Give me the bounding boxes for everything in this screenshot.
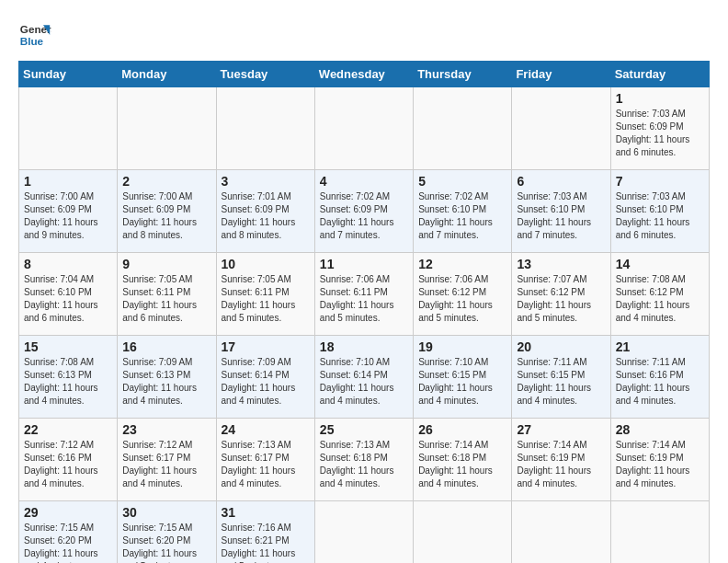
calendar-cell: 1Sunrise: 7:00 AMSunset: 6:09 PMDaylight… [19, 170, 118, 253]
day-info: Sunrise: 7:05 AMSunset: 6:11 PMDaylight:… [222, 273, 310, 325]
day-number: 1 [616, 91, 704, 106]
day-info: Sunrise: 7:16 AMSunset: 6:21 PMDaylight:… [222, 522, 310, 563]
calendar-row-0: 1Sunrise: 7:03 AMSunset: 6:09 PMDaylight… [19, 87, 710, 170]
day-info: Sunrise: 7:08 AMSunset: 6:13 PMDaylight:… [24, 356, 112, 408]
calendar-cell [118, 87, 216, 170]
calendar-cell: 17Sunrise: 7:09 AMSunset: 6:14 PMDayligh… [216, 336, 314, 419]
day-info: Sunrise: 7:10 AMSunset: 6:14 PMDaylight:… [320, 356, 408, 408]
calendar-cell: 23Sunrise: 7:12 AMSunset: 6:17 PMDayligh… [118, 419, 216, 501]
day-info: Sunrise: 7:11 AMSunset: 6:15 PMDaylight:… [517, 356, 605, 408]
day-info: Sunrise: 7:01 AMSunset: 6:09 PMDaylight:… [222, 190, 310, 242]
day-info: Sunrise: 7:06 AMSunset: 6:12 PMDaylight:… [418, 273, 506, 325]
day-info: Sunrise: 7:09 AMSunset: 6:13 PMDaylight:… [122, 356, 210, 408]
calendar-cell: 1Sunrise: 7:03 AMSunset: 6:09 PMDaylight… [610, 87, 709, 170]
day-info: Sunrise: 7:15 AMSunset: 6:20 PMDaylight:… [24, 522, 112, 563]
day-number: 6 [517, 174, 605, 189]
calendar-cell [512, 501, 610, 564]
day-header-thursday: Thursday [414, 62, 512, 87]
day-header-friday: Friday [512, 62, 610, 87]
calendar-cell: 15Sunrise: 7:08 AMSunset: 6:13 PMDayligh… [19, 336, 118, 419]
calendar-cell: 19Sunrise: 7:10 AMSunset: 6:15 PMDayligh… [414, 336, 512, 419]
day-number: 27 [517, 422, 605, 437]
calendar-cell: 27Sunrise: 7:14 AMSunset: 6:19 PMDayligh… [512, 419, 610, 501]
logo-icon: General Blue [18, 18, 51, 52]
day-info: Sunrise: 7:02 AMSunset: 6:10 PMDaylight:… [418, 190, 506, 242]
day-number: 17 [222, 339, 310, 354]
calendar-cell: 10Sunrise: 7:05 AMSunset: 6:11 PMDayligh… [216, 253, 314, 336]
day-number: 8 [24, 257, 112, 271]
day-info: Sunrise: 7:03 AMSunset: 6:10 PMDaylight:… [517, 190, 605, 242]
calendar-cell [512, 87, 610, 170]
day-number: 18 [320, 339, 408, 354]
day-info: Sunrise: 7:03 AMSunset: 6:10 PMDaylight:… [616, 190, 704, 242]
calendar-cell: 20Sunrise: 7:11 AMSunset: 6:15 PMDayligh… [512, 336, 610, 419]
calendar-cell: 30Sunrise: 7:15 AMSunset: 6:20 PMDayligh… [118, 501, 216, 564]
header-row: SundayMondayTuesdayWednesdayThursdayFrid… [19, 62, 710, 87]
calendar-cell: 29Sunrise: 7:15 AMSunset: 6:20 PMDayligh… [19, 501, 118, 564]
day-info: Sunrise: 7:13 AMSunset: 6:18 PMDaylight:… [320, 439, 408, 490]
calendar-cell: 9Sunrise: 7:05 AMSunset: 6:11 PMDaylight… [118, 253, 216, 336]
day-number: 21 [616, 339, 704, 354]
calendar-table: SundayMondayTuesdayWednesdayThursdayFrid… [18, 61, 710, 563]
day-info: Sunrise: 7:02 AMSunset: 6:09 PMDaylight:… [320, 190, 408, 242]
calendar-cell: 6Sunrise: 7:03 AMSunset: 6:10 PMDaylight… [512, 170, 610, 253]
day-number: 1 [24, 174, 112, 189]
day-number: 26 [418, 422, 506, 437]
svg-text:Blue: Blue [20, 35, 44, 47]
day-info: Sunrise: 7:14 AMSunset: 6:19 PMDaylight:… [517, 439, 605, 490]
calendar-cell: 31Sunrise: 7:16 AMSunset: 6:21 PMDayligh… [216, 501, 314, 564]
day-info: Sunrise: 7:06 AMSunset: 6:11 PMDaylight:… [320, 273, 408, 325]
day-number: 5 [418, 174, 506, 189]
day-info: Sunrise: 7:05 AMSunset: 6:11 PMDaylight:… [122, 273, 210, 325]
calendar-cell: 8Sunrise: 7:04 AMSunset: 6:10 PMDaylight… [19, 253, 118, 336]
day-number: 2 [122, 174, 210, 189]
calendar-cell: 24Sunrise: 7:13 AMSunset: 6:17 PMDayligh… [216, 419, 314, 501]
day-info: Sunrise: 7:11 AMSunset: 6:16 PMDaylight:… [616, 356, 704, 408]
calendar-row-1: 1Sunrise: 7:00 AMSunset: 6:09 PMDaylight… [19, 170, 710, 253]
day-info: Sunrise: 7:03 AMSunset: 6:09 PMDaylight:… [616, 108, 704, 159]
day-number: 11 [320, 257, 408, 271]
day-info: Sunrise: 7:12 AMSunset: 6:16 PMDaylight:… [24, 439, 112, 490]
calendar-cell: 18Sunrise: 7:10 AMSunset: 6:14 PMDayligh… [314, 336, 413, 419]
calendar-cell [19, 87, 118, 170]
day-header-monday: Monday [118, 62, 216, 87]
day-number: 31 [222, 505, 310, 520]
calendar-cell: 5Sunrise: 7:02 AMSunset: 6:10 PMDaylight… [414, 170, 512, 253]
day-info: Sunrise: 7:07 AMSunset: 6:12 PMDaylight:… [517, 273, 605, 325]
calendar-row-5: 29Sunrise: 7:15 AMSunset: 6:20 PMDayligh… [19, 501, 710, 564]
day-number: 30 [122, 505, 210, 520]
day-info: Sunrise: 7:10 AMSunset: 6:15 PMDaylight:… [418, 356, 506, 408]
day-number: 16 [122, 339, 210, 354]
day-number: 14 [616, 257, 704, 271]
calendar-cell: 22Sunrise: 7:12 AMSunset: 6:16 PMDayligh… [19, 419, 118, 501]
day-number: 28 [616, 422, 704, 437]
calendar-row-4: 22Sunrise: 7:12 AMSunset: 6:16 PMDayligh… [19, 419, 710, 501]
day-header-saturday: Saturday [610, 62, 709, 87]
day-header-tuesday: Tuesday [216, 62, 314, 87]
calendar-cell: 13Sunrise: 7:07 AMSunset: 6:12 PMDayligh… [512, 253, 610, 336]
calendar-cell [414, 87, 512, 170]
day-header-sunday: Sunday [19, 62, 118, 87]
day-info: Sunrise: 7:09 AMSunset: 6:14 PMDaylight:… [222, 356, 310, 408]
calendar-row-3: 15Sunrise: 7:08 AMSunset: 6:13 PMDayligh… [19, 336, 710, 419]
day-info: Sunrise: 7:00 AMSunset: 6:09 PMDaylight:… [24, 190, 112, 242]
calendar-cell: 12Sunrise: 7:06 AMSunset: 6:12 PMDayligh… [414, 253, 512, 336]
day-number: 10 [222, 257, 310, 271]
day-number: 15 [24, 339, 112, 354]
calendar-cell: 11Sunrise: 7:06 AMSunset: 6:11 PMDayligh… [314, 253, 413, 336]
day-number: 9 [122, 257, 210, 271]
day-number: 4 [320, 174, 408, 189]
calendar-cell: 16Sunrise: 7:09 AMSunset: 6:13 PMDayligh… [118, 336, 216, 419]
day-info: Sunrise: 7:12 AMSunset: 6:17 PMDaylight:… [122, 439, 210, 490]
calendar-cell: 28Sunrise: 7:14 AMSunset: 6:19 PMDayligh… [610, 419, 709, 501]
calendar-cell [414, 501, 512, 564]
page-header: General Blue [18, 18, 710, 52]
calendar-cell: 14Sunrise: 7:08 AMSunset: 6:12 PMDayligh… [610, 253, 709, 336]
day-number: 19 [418, 339, 506, 354]
day-info: Sunrise: 7:14 AMSunset: 6:19 PMDaylight:… [616, 439, 704, 490]
day-number: 24 [222, 422, 310, 437]
day-number: 29 [24, 505, 112, 520]
day-info: Sunrise: 7:13 AMSunset: 6:17 PMDaylight:… [222, 439, 310, 490]
day-info: Sunrise: 7:15 AMSunset: 6:20 PMDaylight:… [122, 522, 210, 563]
calendar-cell: 25Sunrise: 7:13 AMSunset: 6:18 PMDayligh… [314, 419, 413, 501]
